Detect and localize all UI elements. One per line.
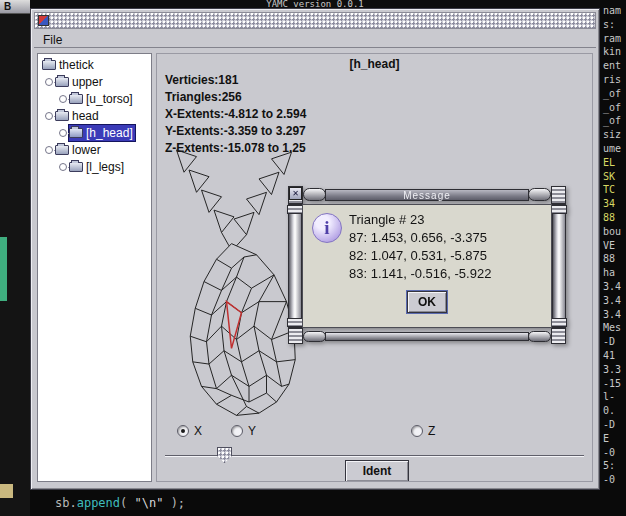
tree-expand-handle-icon[interactable] bbox=[59, 95, 67, 103]
tree-expand-handle-icon[interactable] bbox=[45, 112, 53, 120]
window-titlebar[interactable] bbox=[34, 12, 596, 29]
dialog-message: Triangle # 23 87: 1.453, 0.656, -3.375 8… bbox=[349, 211, 491, 283]
axis-radio-x[interactable]: X bbox=[177, 424, 202, 438]
axis-radio-y[interactable]: Y bbox=[231, 424, 256, 438]
folder-icon bbox=[55, 77, 69, 87]
axis-radio-z[interactable]: Z bbox=[411, 424, 435, 438]
folder-icon bbox=[69, 162, 83, 172]
mesh-detail-panel: [h_head] Verticies:181 Triangles:256 X-E… bbox=[156, 53, 593, 482]
tree-item-label: [l_legs] bbox=[86, 159, 124, 175]
background-editor-column: nam s: ram kin ent ris _of _of _of siz u… bbox=[600, 0, 626, 516]
ident-button[interactable]: Ident bbox=[345, 460, 409, 482]
window-icon[interactable] bbox=[38, 15, 49, 26]
tree-item-label: lower bbox=[72, 142, 101, 158]
dialog-line: 82: 1.047, 0.531, -5.875 bbox=[349, 247, 491, 265]
dialog-ornament-bar bbox=[325, 332, 529, 341]
tree-item-label: head bbox=[72, 108, 99, 124]
dialog-ornament-corner bbox=[551, 328, 566, 344]
stat-vertices: Verticies:181 bbox=[165, 72, 306, 89]
ok-button[interactable]: OK bbox=[407, 291, 447, 313]
tree-item-label: [h_head] bbox=[86, 125, 133, 141]
tree-item-label: [u_torso] bbox=[86, 91, 133, 107]
dialog-heading: Triangle # 23 bbox=[349, 211, 491, 229]
radio-unselected-icon bbox=[231, 425, 243, 437]
slider-thumb[interactable] bbox=[217, 447, 232, 463]
background-window-left: B bbox=[0, 0, 30, 516]
editor-text-fragment: nam s: ram kin ent ris _of _of _of siz u… bbox=[603, 4, 626, 156]
tree-item-thetick[interactable]: thetick bbox=[38, 56, 151, 73]
tree-item-l-legs[interactable]: [l_legs] bbox=[38, 158, 151, 175]
tree-item-h-head[interactable]: [h_head] bbox=[38, 124, 151, 141]
tree-item-head[interactable]: head bbox=[38, 107, 151, 124]
folder-icon bbox=[55, 145, 69, 155]
radio-unselected-icon bbox=[411, 425, 423, 437]
editor-text-fragment: bou VE 88 ha 3.4 3.4 3.4 Mes -D 41 3.3 -… bbox=[603, 225, 626, 487]
dialog-ornament-cap bbox=[303, 188, 326, 201]
code-token: . bbox=[69, 496, 76, 510]
folder-icon bbox=[69, 94, 83, 104]
code-token: sb bbox=[55, 496, 69, 510]
dialog-ornament-column bbox=[288, 204, 302, 328]
dialog-ornament-cap bbox=[303, 331, 326, 342]
window-content: thetick upper [u_torso] head bbox=[34, 49, 596, 486]
dialog-line: 87: 1.453, 0.656, -3.375 bbox=[349, 229, 491, 247]
dialog-content: i Triangle # 23 87: 1.453, 0.656, -3.375… bbox=[302, 204, 552, 328]
axis-label: Z bbox=[428, 424, 435, 438]
background-window-title: YAMC version 0.0.1 bbox=[30, 0, 600, 8]
tree-item-label: upper bbox=[72, 74, 103, 90]
main-window: File thetick upper [u_torso] bbox=[30, 8, 600, 490]
editor-text-fragment: EL SK TC 34 88 bbox=[603, 156, 626, 225]
tree-selection: [h_head] bbox=[69, 125, 135, 141]
code-token: ); bbox=[163, 496, 185, 510]
radio-selected-icon bbox=[177, 425, 189, 437]
code-token: append bbox=[77, 496, 120, 510]
stat-triangles: Triangles:256 bbox=[165, 89, 306, 106]
dialog-ornament-corner bbox=[288, 328, 303, 344]
mesh-title: [h_head] bbox=[157, 57, 592, 71]
tree-expand-handle-icon[interactable] bbox=[45, 146, 53, 154]
message-dialog: ✕ Message i Tria bbox=[288, 186, 566, 344]
menu-bar: File bbox=[34, 30, 596, 48]
model-tree: thetick upper [u_torso] head bbox=[37, 53, 152, 482]
tree-expand-handle-icon[interactable] bbox=[59, 129, 67, 137]
desktop-background: YAMC version 0.0.1 B nam s: ram kin ent … bbox=[0, 0, 626, 516]
axis-label: Y bbox=[248, 424, 256, 438]
dialog-close-icon[interactable]: ✕ bbox=[289, 187, 302, 200]
dialog-ornament-cap bbox=[528, 331, 551, 342]
folder-icon bbox=[42, 60, 56, 70]
background-code-line: sb.append( "\n" ); bbox=[30, 490, 600, 516]
dialog-titlebar[interactable]: Message bbox=[325, 189, 529, 201]
tree-expand-handle-icon[interactable] bbox=[45, 78, 53, 86]
axis-label: X bbox=[194, 424, 202, 438]
code-token: ( bbox=[120, 496, 134, 510]
background-block-fragment bbox=[0, 484, 13, 498]
tree-item-label: thetick bbox=[59, 57, 94, 73]
tree-item-u-torso[interactable]: [u_torso] bbox=[38, 90, 151, 107]
dialog-ornament-corner bbox=[551, 186, 566, 204]
dialog-ornament-column bbox=[552, 204, 566, 328]
menu-file[interactable]: File bbox=[34, 31, 71, 49]
axis-radio-group: X Y Z bbox=[157, 424, 592, 440]
mesh-wireframe-canvas[interactable] bbox=[159, 141, 309, 431]
background-scrollbar-fragment bbox=[0, 237, 7, 301]
tree-expand-handle-icon[interactable] bbox=[59, 163, 67, 171]
code-token: "\n" bbox=[135, 496, 164, 510]
dialog-ornament-cap bbox=[528, 188, 551, 201]
background-window-left-titlebar: B bbox=[0, 0, 30, 14]
dialog-line: 83: 1.141, -0.516, -5.922 bbox=[349, 265, 491, 283]
stat-y-extents: Y-Extents:-3.359 to 3.297 bbox=[165, 123, 306, 140]
folder-icon bbox=[55, 111, 69, 121]
stat-x-extents: X-Extents:-4.812 to 2.594 bbox=[165, 106, 306, 123]
info-icon: i bbox=[312, 213, 342, 243]
tree-item-lower[interactable]: lower bbox=[38, 141, 151, 158]
tree-item-upper[interactable]: upper bbox=[38, 73, 151, 90]
folder-icon bbox=[69, 128, 83, 138]
